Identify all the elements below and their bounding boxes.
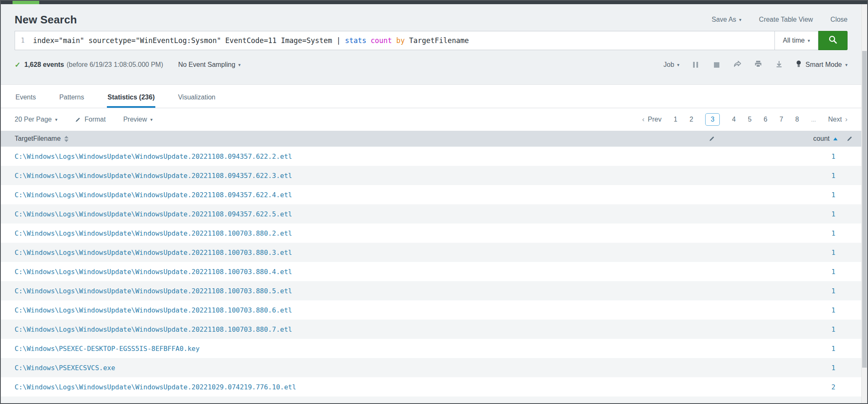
event-sampling-dropdown[interactable]: No Event Sampling ▾ (178, 61, 241, 69)
check-icon: ✓ (15, 61, 20, 69)
header-actions: Save As ▾ Create Table View Close (712, 16, 848, 23)
tab-events[interactable]: Events (15, 94, 37, 108)
time-range-picker[interactable]: All time ▾ (775, 31, 818, 50)
cell-count[interactable]: 1 (724, 325, 861, 333)
cell-targetfilename[interactable]: C:\Windows\PSEXECSVCS.exe (1, 364, 724, 372)
stop-button[interactable] (712, 60, 721, 69)
pause-button[interactable] (691, 60, 700, 69)
cell-count[interactable]: 1 (724, 306, 861, 314)
page-4[interactable]: 4 (732, 116, 736, 123)
query-token: count (371, 36, 392, 45)
table-row: C:\Windows\Logs\WindowsUpdate\WindowsUpd… (1, 243, 861, 262)
search-submit-button[interactable] (818, 31, 848, 50)
page-1[interactable]: 1 (674, 116, 678, 123)
cell-targetfilename[interactable]: C:\Windows\Logs\WindowsUpdate\WindowsUpd… (1, 152, 724, 160)
table-row: C:\Windows\Logs\WindowsUpdate\WindowsUpd… (1, 281, 861, 300)
cell-targetfilename[interactable]: C:\Windows\Logs\WindowsUpdate\WindowsUpd… (1, 229, 724, 237)
search-query[interactable]: index="main" sourcetype="WinEventLog:Sys… (33, 36, 469, 45)
cell-count[interactable]: 1 (724, 268, 861, 276)
cell-targetfilename[interactable]: C:\Windows\Logs\WindowsUpdate\WindowsUpd… (1, 172, 724, 180)
job-dropdown[interactable]: Job ▾ (663, 61, 679, 69)
cell-targetfilename[interactable]: C:\Windows\Logs\WindowsUpdate\WindowsUpd… (1, 210, 724, 218)
pause-icon (693, 62, 698, 68)
table-row: C:\Windows\Logs\WindowsUpdate\WindowsUpd… (1, 166, 861, 185)
results-panel: EventsPatternsStatistics (236)Visualizat… (1, 84, 861, 403)
search-mode-dropdown[interactable]: Smart Mode ▾ (795, 60, 848, 70)
cell-targetfilename[interactable]: C:\Windows\PSEXEC-DESKTOP-EGSS5IS-8EFBFF… (1, 345, 724, 353)
job-controls: Job ▾ (663, 60, 848, 70)
cell-targetfilename[interactable]: C:\Windows\Logs\WindowsUpdate\WindowsUpd… (1, 249, 724, 257)
caret-down-icon: ▾ (55, 117, 58, 122)
cell-count[interactable]: 1 (724, 229, 861, 237)
page-6[interactable]: 6 (764, 116, 767, 123)
export-button[interactable] (774, 60, 784, 69)
tab-statistics-236[interactable]: Statistics (236) (107, 94, 156, 108)
targetfilename-sort-control[interactable]: TargetFilename (15, 135, 68, 142)
preview-label: Preview (123, 116, 147, 123)
preview-dropdown[interactable]: Preview ▾ (123, 116, 152, 123)
page-3-active[interactable]: 3 (705, 113, 720, 126)
cell-count[interactable]: 1 (724, 287, 861, 295)
page-7[interactable]: 7 (779, 116, 783, 123)
main-content: New Search Save As ▾ Create Table View C… (1, 4, 861, 403)
table-row: C:\Windows\Logs\WindowsUpdate\WindowsUpd… (1, 300, 861, 320)
cell-count[interactable]: 1 (724, 172, 861, 180)
cell-count[interactable]: 1 (724, 152, 861, 160)
save-as-button[interactable]: Save As ▾ (712, 16, 741, 23)
cell-count[interactable]: 1 (724, 249, 861, 257)
time-range-label: All time (783, 37, 805, 44)
tab-visualization[interactable]: Visualization (177, 94, 216, 108)
search-bar: 1 index="main" sourcetype="WinEventLog:S… (15, 31, 848, 50)
close-button[interactable]: Close (830, 16, 848, 23)
cell-targetfilename[interactable]: C:\Windows\Logs\WindowsUpdate\WindowsUpd… (1, 268, 724, 276)
cell-targetfilename[interactable]: C:\Windows\Logs\WindowsUpdate\WindowsUpd… (1, 325, 724, 333)
next-page-button[interactable]: Next › (828, 115, 848, 124)
format-label: Format (84, 116, 106, 123)
page-5[interactable]: 5 (748, 116, 752, 123)
cell-count[interactable]: 1 (724, 345, 861, 353)
cell-count[interactable]: 1 (724, 210, 861, 218)
cell-targetfilename[interactable]: C:\Windows\Logs\WindowsUpdate\WindowsUpd… (1, 306, 724, 314)
table-header: TargetFilename count (1, 131, 861, 147)
search-icon (828, 35, 838, 46)
vertical-scrollbar[interactable] (861, 4, 867, 403)
cell-targetfilename[interactable]: C:\Windows\Logs\WindowsUpdate\WindowsUpd… (1, 287, 724, 295)
cell-targetfilename[interactable]: C:\Windows\Logs\WindowsUpdate\WindowsUpd… (1, 191, 724, 199)
column-header-targetfilename: TargetFilename (1, 135, 724, 142)
table-row: C:\Windows\PSEXEC-DESKTOP-EGSS5IS-8EFBFF… (1, 339, 861, 358)
tab-patterns[interactable]: Patterns (58, 94, 85, 108)
format-button[interactable]: Format (75, 116, 106, 123)
table-row: C:\Windows\Logs\WindowsUpdate\WindowsUpd… (1, 377, 861, 396)
table-row: C:\Windows\Logs\WindowsUpdate\WindowsUpd… (1, 262, 861, 281)
search-input[interactable]: 1 index="main" sourcetype="WinEventLog:S… (15, 31, 775, 50)
prev-page-button[interactable]: ‹ Prev (642, 115, 662, 124)
cell-count[interactable]: 1 (724, 364, 861, 372)
query-token (392, 36, 396, 45)
create-table-view-button[interactable]: Create Table View (759, 16, 813, 23)
page-2[interactable]: 2 (689, 116, 693, 123)
scrollbar-thumb[interactable] (862, 51, 867, 368)
sort-ascending-icon[interactable] (833, 137, 838, 140)
per-page-label: 20 Per Page (15, 116, 52, 123)
edit-column-icon[interactable] (709, 135, 715, 142)
query-token (366, 36, 370, 45)
print-button[interactable] (754, 60, 763, 69)
edit-column-icon[interactable] (846, 135, 853, 142)
column-header-count: count (724, 135, 861, 142)
cell-count[interactable]: 1 (724, 191, 861, 199)
count-label[interactable]: count (813, 135, 830, 142)
caret-down-icon: ▾ (845, 63, 848, 67)
share-button[interactable] (733, 60, 742, 69)
create-table-view-label: Create Table View (759, 16, 813, 23)
splunk-search-page: { "icons": { "caret_down": "▾", "chevron… (0, 0, 868, 404)
per-page-dropdown[interactable]: 20 Per Page ▾ (15, 116, 57, 123)
print-icon (754, 60, 762, 70)
table-row: C:\Windows\Logs\WindowsUpdate\WindowsUpd… (1, 320, 861, 339)
lightbulb-icon (795, 60, 802, 70)
spacer (1, 76, 861, 84)
targetfilename-label: TargetFilename (15, 135, 61, 142)
table-row: C:\Windows\Logs\WindowsUpdate\WindowsUpd… (1, 147, 861, 166)
page-8[interactable]: 8 (795, 116, 799, 123)
cell-targetfilename[interactable]: C:\Windows\Logs\WindowsUpdate\WindowsUpd… (1, 383, 724, 391)
cell-count[interactable]: 2 (724, 383, 861, 391)
